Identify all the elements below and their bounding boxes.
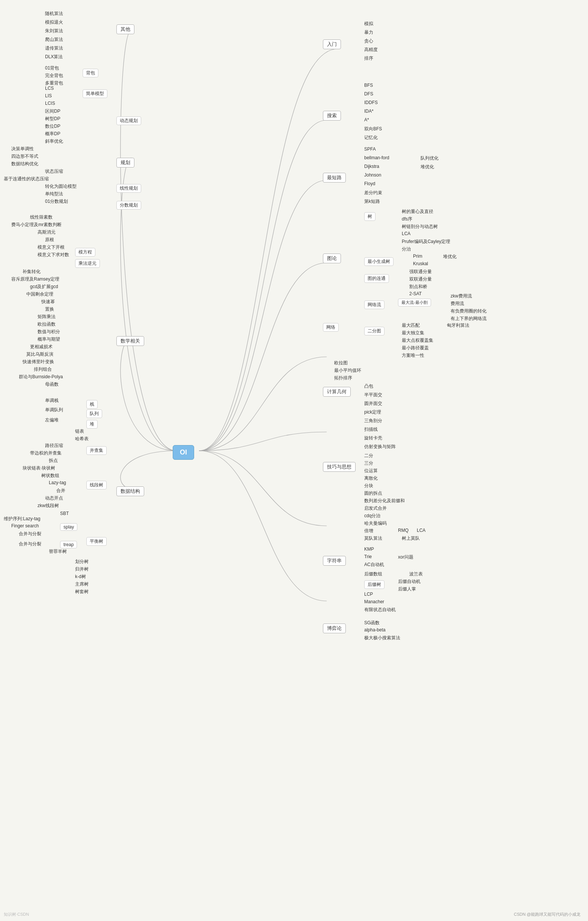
str-suffix-tree-cat: 后缀树 bbox=[364, 580, 385, 589]
sm-lcs: LCS bbox=[45, 86, 54, 91]
shortest-label: 最短路 bbox=[323, 173, 346, 182]
cg-circle: 圆并面交 bbox=[364, 400, 382, 407]
math-permutation: 置换 bbox=[45, 306, 54, 312]
intro-moni: 模拟 bbox=[364, 21, 373, 27]
sp-floyd: Floyd bbox=[364, 181, 375, 186]
graph-tree-category: 树 bbox=[364, 212, 375, 221]
math-label: 数学相关 bbox=[116, 336, 144, 346]
bi-hungarian: 匈牙利算法 bbox=[447, 322, 469, 329]
str-xor: xor问题 bbox=[398, 554, 413, 560]
str-kmp: KMP bbox=[364, 547, 374, 552]
dp-prob: 概率DP bbox=[45, 131, 60, 137]
search-iddfs: IDDFS bbox=[364, 100, 378, 105]
merge-tree: 归并树 bbox=[75, 566, 89, 573]
other-sa: 模拟退火 bbox=[45, 19, 63, 26]
dsu-weighted: 带边权的并查集 bbox=[30, 450, 62, 456]
dp-digit: 数位DP bbox=[45, 123, 60, 130]
sm-lcis: LCIS bbox=[45, 101, 55, 106]
connectivity-category: 图的连通 bbox=[364, 274, 389, 283]
category-game: 博弈论 bbox=[323, 623, 346, 633]
seg-tree-category: 线段树 bbox=[86, 481, 107, 490]
persistent-tree: 主席树 bbox=[75, 581, 89, 587]
tree-label: 树 bbox=[364, 212, 375, 221]
str-lcp: LCP bbox=[364, 592, 373, 597]
bp-01: 01背包 bbox=[45, 65, 59, 72]
lp-circle: 转化为圆论模型 bbox=[45, 183, 76, 190]
bipartite-label: 二分图 bbox=[364, 327, 385, 335]
seg-block-list: 块状链表·块状树 bbox=[23, 465, 55, 471]
game-sg: SG函数 bbox=[364, 620, 380, 626]
dp-category: 动态规划 bbox=[116, 116, 141, 125]
queue-category: 队列 bbox=[86, 409, 102, 418]
linear-prog-label: 线性规划 bbox=[116, 184, 141, 193]
game-ab: alpha-beta bbox=[364, 627, 386, 633]
connectivity-label: 图的连通 bbox=[364, 274, 389, 283]
flow-cost: 费用流 bbox=[451, 301, 464, 307]
planning-label: 规划 bbox=[116, 158, 135, 168]
partition-tree: 划分树 bbox=[75, 558, 89, 565]
math-gauss: 高斯消元 bbox=[37, 229, 55, 236]
math-euler-fn: 欧拉函数 bbox=[37, 321, 55, 327]
center-node: OI bbox=[173, 445, 194, 460]
math-crt: 中国剩余定理 bbox=[26, 291, 53, 298]
search-bdbfs: 双向BFS bbox=[364, 126, 382, 132]
kd-tree: k-d树 bbox=[75, 574, 86, 580]
dp-connectivity: 基于连通性的状态压缩 bbox=[4, 176, 49, 182]
math-linear-sieve: 线性筛素数 bbox=[30, 214, 52, 220]
sbt-label: SBT bbox=[60, 511, 69, 516]
tr-diff-prefix: 数列差分化及前缀和 bbox=[364, 498, 405, 504]
ds-mono-queue: 单调队列 bbox=[45, 407, 63, 413]
str-manacher: Manacher bbox=[364, 599, 384, 604]
scapegoat-label: 替罪羊树 bbox=[49, 548, 67, 555]
sp-queue-opt: 队列优化 bbox=[421, 155, 439, 161]
mst-prim: Prim bbox=[413, 254, 422, 259]
intro-paixu: 排序 bbox=[364, 55, 373, 62]
euler-label: 欧拉图 bbox=[334, 360, 348, 366]
mst-label: 最小生成树 bbox=[364, 257, 393, 266]
tr-huffman: 哈夫曼编码 bbox=[364, 520, 387, 527]
math-gcd: gcd及扩展gcd bbox=[30, 283, 58, 290]
stack-label: 栈 bbox=[86, 400, 97, 408]
ds-mono-stack: 单调栈 bbox=[45, 397, 58, 404]
splay-category: splay bbox=[60, 523, 77, 531]
splay-merge-split: 合并与分裂 bbox=[19, 531, 41, 537]
dsu-split: 拆点 bbox=[49, 457, 58, 464]
other-dlx: DLX算法 bbox=[45, 54, 63, 60]
frac-prog-label: 分数规划 bbox=[116, 201, 141, 210]
string-label: 字符串 bbox=[323, 556, 346, 566]
splay-finger: Finger search bbox=[11, 523, 39, 529]
bipartite-category: 二分图 bbox=[364, 327, 385, 335]
flow-zkw: zkw费用流 bbox=[451, 293, 472, 299]
treap-category: treap bbox=[60, 541, 77, 548]
dp-ds-opt: 数据结构优化 bbox=[11, 161, 38, 167]
network-category: 网络 bbox=[323, 323, 339, 332]
stack-category: 栈 bbox=[86, 400, 97, 408]
tree-prufer: Prufer编码及Cayley定理 bbox=[402, 239, 450, 245]
tr-circle-split: 圆的拆点 bbox=[364, 490, 382, 496]
math-fast-pow: 快速幂 bbox=[41, 299, 55, 305]
cg-affine: 仿射变换与矩阵 bbox=[364, 444, 396, 450]
seg-merge: 合并 bbox=[56, 488, 65, 494]
balanced-tree-category: 平衡树 bbox=[86, 537, 107, 546]
cg-rotate: 旋转卡壳 bbox=[364, 435, 382, 441]
sp-dijkstra: Dijkstra bbox=[364, 164, 379, 169]
math-prim-root: 原根 bbox=[45, 237, 54, 243]
tree-lca: LCA bbox=[402, 231, 410, 236]
conn-bcc: 双联通分量 bbox=[409, 276, 432, 283]
heap-label: 堆 bbox=[86, 420, 97, 429]
tr-rmq: RMQ bbox=[398, 528, 409, 533]
intro-label: 入门 bbox=[323, 39, 341, 49]
seg-lazy: Lazy-tag bbox=[49, 480, 66, 485]
category-math: 数学相关 bbox=[116, 336, 144, 346]
sp-diff: 差分约束 bbox=[364, 190, 382, 196]
inv-label: 乘法逆元 bbox=[75, 259, 100, 268]
fp-01: 01分数规划 bbox=[45, 199, 68, 205]
conn-2sat: 2-SAT bbox=[409, 291, 422, 296]
game-label: 博弈论 bbox=[323, 623, 346, 633]
topo-sort: 拓扑排序 bbox=[334, 375, 352, 381]
category-intro: 入门 bbox=[323, 39, 341, 49]
ds-linked-list: 链表 bbox=[75, 428, 84, 434]
cg-triangle: 三角剖分 bbox=[364, 418, 382, 424]
cg-pick: pick定理 bbox=[364, 409, 381, 415]
sp-spfa: SPFA bbox=[364, 146, 376, 152]
